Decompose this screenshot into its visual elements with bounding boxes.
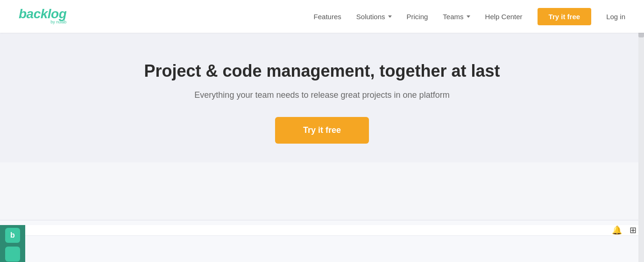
nav-solutions[interactable]: Solutions — [356, 13, 392, 21]
chevron-down-icon — [388, 15, 392, 18]
logo-byline: by nulab — [50, 20, 66, 24]
chevron-down-icon — [467, 15, 470, 18]
hero-title: Project & code management, together at l… — [144, 61, 500, 81]
nav-features[interactable]: Features — [314, 13, 341, 21]
scrollbar[interactable] — [638, 0, 644, 262]
hero-cta-button[interactable]: Try it free — [275, 117, 369, 144]
sidebar-nav-icon — [5, 247, 20, 262]
app-content-preview: 🔔 ⊞ — [25, 225, 644, 236]
nav-pricing[interactable]: Pricing — [407, 13, 428, 21]
hero-section: Project & code management, together at l… — [0, 33, 644, 162]
nav-links: Features Solutions Pricing Teams Help Ce… — [314, 8, 625, 25]
app-topbar-preview: 🔔 ⊞ — [25, 225, 644, 236]
sidebar-logo-icon: b — [5, 228, 20, 243]
navbar: backlog by nulab Features Solutions Pric… — [0, 0, 644, 33]
grid-icon[interactable]: ⊞ — [630, 225, 637, 235]
logo[interactable]: backlog by nulab — [19, 7, 66, 26]
nav-login-link[interactable]: Log in — [606, 13, 625, 21]
bell-icon[interactable]: 🔔 — [612, 225, 622, 235]
nav-teams[interactable]: Teams — [443, 13, 470, 21]
nav-try-free-button[interactable]: Try it free — [538, 8, 592, 25]
nav-help-center[interactable]: Help Center — [485, 13, 523, 21]
hero-subtitle: Everything your team needs to release gr… — [194, 90, 449, 100]
app-preview-bar: b 🔔 ⊞ — [0, 220, 644, 262]
app-sidebar-preview: b — [0, 225, 25, 262]
